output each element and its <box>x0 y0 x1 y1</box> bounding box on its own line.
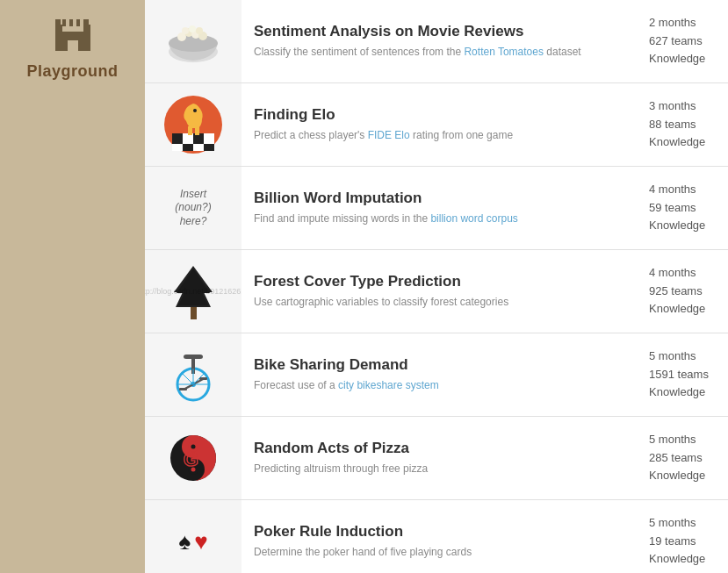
svg-line-43 <box>182 373 193 384</box>
competition-image: ♠ ♥ <box>145 500 241 573</box>
competition-info: Forest Cover Type Prediction Use cartogr… <box>241 250 640 333</box>
svg-rect-4 <box>62 19 66 26</box>
competition-title[interactable]: Finding Elo <box>254 106 628 124</box>
competition-row: http://blog.csdn.net/b012162613 Forest C… <box>145 250 728 333</box>
svg-rect-23 <box>172 144 183 151</box>
svg-rect-34 <box>184 355 203 359</box>
competition-title[interactable]: Bike Sharing Demand <box>254 356 628 374</box>
svg-point-27 <box>193 109 197 112</box>
competition-duration: 5 months <box>649 431 719 449</box>
competition-teams: 59 teams <box>649 199 719 218</box>
competition-row: Finding Elo Predict a chess player's FID… <box>145 83 728 167</box>
competition-meta: 4 months 925 teams Knowledge <box>640 250 728 333</box>
competition-title[interactable]: Billion Word Imputation <box>254 190 628 207</box>
svg-rect-7 <box>83 19 89 26</box>
competition-meta: 5 months 285 teams Knowledge <box>640 417 728 499</box>
competition-duration: 5 months <box>649 347 719 366</box>
competition-title[interactable]: Sentiment Analysis on Movie Reviews <box>254 23 628 40</box>
competition-description: Forecast use of a city bikeshare system <box>254 378 628 393</box>
competition-image <box>145 0 241 82</box>
competition-image: Insert(noun?)here? <box>145 167 241 249</box>
competition-title[interactable]: Forest Cover Type Prediction <box>254 273 628 290</box>
competition-row: G Random Acts of Pizza Predicting altrui… <box>145 417 728 500</box>
bike-icon <box>166 347 220 402</box>
svg-rect-24 <box>183 144 193 151</box>
svg-rect-29 <box>195 126 199 135</box>
castle-icon <box>55 16 90 55</box>
competition-info: Random Acts of Pizza Predicting altruism… <box>241 417 640 499</box>
competition-category: Knowledge <box>649 133 719 152</box>
competition-description: Find and impute missing words in the bil… <box>254 211 628 226</box>
competition-meta: 4 months 59 teams Knowledge <box>640 167 728 249</box>
competition-image: http://blog.csdn.net/b012162613 <box>145 250 241 333</box>
svg-rect-22 <box>204 133 214 144</box>
competition-duration: 2 months <box>649 14 719 32</box>
main-content: Sentiment Analysis on Movie Reviews Clas… <box>145 0 728 573</box>
competition-meta: 3 months 88 teams Knowledge <box>640 83 728 166</box>
poker-icon: ♠ ♥ <box>169 518 218 566</box>
competition-row: Bike Sharing Demand Forecast use of a ci… <box>145 333 728 417</box>
competition-image <box>145 83 241 166</box>
competition-title[interactable]: Poker Rule Induction <box>254 523 628 541</box>
svg-rect-19 <box>172 133 183 144</box>
competition-category: Knowledge <box>649 550 719 569</box>
competition-info: Finding Elo Predict a chess player's FID… <box>241 83 640 166</box>
svg-rect-1 <box>83 25 90 51</box>
svg-rect-37 <box>179 388 187 390</box>
svg-point-15 <box>182 27 189 34</box>
svg-rect-28 <box>188 126 192 135</box>
svg-point-16 <box>196 27 203 34</box>
competition-duration: 3 months <box>649 97 719 116</box>
competition-image: G <box>145 417 241 499</box>
competition-image <box>145 333 241 416</box>
sidebar-label[interactable]: Playground <box>26 62 118 81</box>
desc-link[interactable]: city bikeshare system <box>338 379 439 391</box>
competition-description: Determine the poker hand of five playing… <box>254 545 628 560</box>
competition-description: Predict a chess player's FIDE Elo rating… <box>254 128 628 143</box>
competition-meta: 2 months 627 teams Knowledge <box>640 0 728 82</box>
svg-rect-25 <box>193 144 204 151</box>
competition-row: Insert(noun?)here? Billion Word Imputati… <box>145 167 728 250</box>
svg-rect-6 <box>76 19 80 26</box>
bowl-icon <box>162 15 224 68</box>
competition-info: Poker Rule Induction Determine the poker… <box>241 500 640 573</box>
desc-link[interactable]: billion word corpus <box>430 212 517 225</box>
pizza-icon: G <box>168 433 219 483</box>
competition-meta: 5 months 19 teams Knowledge <box>640 500 728 573</box>
heart-symbol: ♥ <box>194 528 207 555</box>
competition-meta: 5 months 1591 teams Knowledge <box>640 333 728 416</box>
chess-icon <box>163 95 223 154</box>
competition-teams: 88 teams <box>649 116 719 134</box>
competition-category: Knowledge <box>649 50 719 68</box>
competition-category: Knowledge <box>649 217 719 235</box>
competition-duration: 4 months <box>649 264 719 283</box>
sidebar: Playground <box>0 0 145 573</box>
competition-teams: 1591 teams <box>649 366 719 384</box>
competition-description: Predicting altruism through free pizza <box>254 462 628 476</box>
competition-description: Classify the sentiment of sentences from… <box>254 45 628 60</box>
svg-rect-38 <box>199 377 207 380</box>
competition-row: ♠ ♥ Poker Rule Induction Determine the p… <box>145 500 728 573</box>
tree-icon <box>169 261 218 321</box>
competition-category: Knowledge <box>649 467 719 485</box>
desc-link[interactable]: Rotten Tomatoes <box>464 46 544 58</box>
svg-rect-0 <box>55 25 62 51</box>
competition-teams: 627 teams <box>649 32 719 51</box>
competition-title[interactable]: Random Acts of Pizza <box>254 440 628 457</box>
svg-rect-8 <box>68 40 78 51</box>
competition-teams: 925 teams <box>649 283 719 301</box>
competition-info: Bike Sharing Demand Forecast use of a ci… <box>241 333 640 416</box>
svg-rect-3 <box>55 19 61 26</box>
competition-category: Knowledge <box>649 300 719 319</box>
svg-rect-5 <box>69 19 73 26</box>
competition-teams: 285 teams <box>649 449 719 468</box>
competition-teams: 19 teams <box>649 533 719 551</box>
desc-link[interactable]: FIDE Elo <box>368 129 410 141</box>
competition-description: Use cartographic variables to classify f… <box>254 295 628 310</box>
competition-info: Sentiment Analysis on Movie Reviews Clas… <box>241 0 640 82</box>
competition-duration: 4 months <box>649 181 719 199</box>
svg-rect-26 <box>204 144 214 151</box>
svg-point-17 <box>189 25 196 32</box>
competition-row: Sentiment Analysis on Movie Reviews Clas… <box>145 0 728 83</box>
competition-info: Billion Word Imputation Find and impute … <box>241 167 640 249</box>
